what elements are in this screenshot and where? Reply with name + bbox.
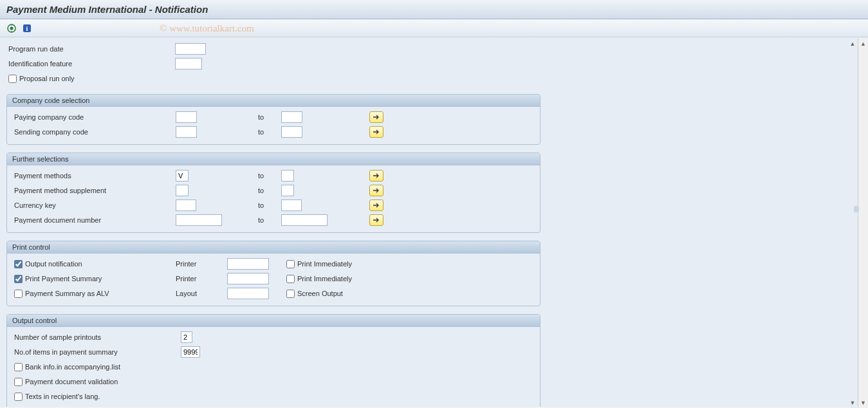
output-notification-checkbox[interactable] (14, 260, 23, 268)
print-payment-summary-row: Print Payment Summary Printer Print Imme… (12, 272, 535, 285)
payment-methods-label: Payment methods (12, 172, 176, 180)
outer-scrollbar[interactable]: ▲ ▼ (858, 39, 868, 408)
currency-key-to[interactable] (281, 199, 302, 211)
toolbar: i (0, 19, 868, 37)
company-code-header: Company code selection (7, 95, 540, 107)
arrow-right-icon (372, 216, 381, 224)
payment-method-supplement-to[interactable] (281, 185, 294, 196)
bank-info-label: Bank info.in accompanying.list (25, 363, 120, 371)
print-immediately-label-1: Print Immediately (297, 260, 352, 268)
payment-method-supplement-label: Payment method supplement (12, 187, 176, 194)
sending-company-code-from[interactable] (176, 126, 197, 138)
output-notification-label: Output notification (25, 260, 82, 268)
multiple-selection-button[interactable] (369, 111, 383, 123)
company-code-group: Company code selection Paying company co… (6, 94, 540, 145)
num-items-summary-row: No.of items in payment summary (12, 346, 535, 358)
to-label: to (258, 187, 281, 194)
to-label: to (258, 128, 281, 136)
output-notification-row: Output notification Printer Print Immedi… (12, 257, 535, 270)
arrow-right-icon (372, 172, 381, 180)
identification-feature-label: Identification feature (6, 60, 175, 68)
bank-info-row: Bank info.in accompanying.list (12, 360, 535, 373)
proposal-run-only-label: Proposal run only (19, 75, 75, 82)
scroll-down-icon[interactable]: ▼ (860, 399, 867, 407)
execute-button[interactable] (5, 22, 18, 35)
num-items-summary-label: No.of items in payment summary (12, 348, 181, 356)
to-label: to (258, 113, 281, 121)
inner-scrollbar[interactable]: ▲ ▼ (849, 39, 856, 408)
identification-feature-input[interactable] (175, 58, 202, 70)
currency-key-label: Currency key (12, 201, 176, 209)
payment-methods-from[interactable] (176, 170, 189, 181)
info-icon: i (22, 23, 32, 33)
multiple-selection-button[interactable] (369, 126, 383, 138)
scroll-down-icon[interactable]: ▼ (849, 399, 856, 407)
currency-key-from[interactable] (176, 199, 196, 211)
texts-recipient-lang-checkbox[interactable] (14, 393, 23, 401)
payment-document-number-from[interactable] (176, 214, 222, 226)
payment-method-supplement-from[interactable] (176, 185, 189, 196)
print-control-group: Print control Output notification Printe… (6, 241, 540, 306)
payment-document-number-row: Payment document number to (12, 214, 535, 227)
svg-text:i: i (26, 25, 28, 32)
top-fields: Program run date Identification feature … (6, 42, 854, 85)
svg-point-1 (10, 26, 14, 30)
multiple-selection-button[interactable] (369, 185, 383, 196)
multiple-selection-button[interactable] (369, 214, 383, 226)
num-sample-printouts-label: Number of sample printouts (12, 333, 181, 341)
payment-doc-validation-row: Payment document validation (12, 375, 535, 388)
multiple-selection-button[interactable] (369, 199, 383, 211)
program-run-date-label: Program run date (6, 45, 175, 53)
output-notification-printer[interactable] (227, 258, 269, 270)
payment-summary-alv-layout[interactable] (227, 288, 269, 299)
proposal-run-only-row: Proposal run only (6, 72, 854, 85)
print-payment-summary-printer[interactable] (227, 273, 269, 284)
page-title: Payment Medium International - Notificat… (6, 4, 208, 15)
paying-company-code-from[interactable] (176, 111, 197, 123)
payment-summary-alv-label: Payment Summary as ALV (25, 290, 109, 297)
print-immediately-checkbox-2[interactable] (286, 275, 295, 283)
arrow-right-icon (372, 113, 381, 121)
scroll-up-icon[interactable]: ▲ (849, 40, 856, 48)
output-control-group: Output control Number of sample printout… (6, 314, 540, 407)
proposal-run-only-checkbox[interactable] (8, 75, 17, 83)
payment-method-supplement-row: Payment method supplement to (12, 184, 535, 197)
payment-doc-validation-label: Payment document validation (25, 378, 118, 385)
payment-doc-validation-checkbox[interactable] (14, 378, 23, 386)
texts-recipient-lang-label: Texts in recipient's lang. (25, 393, 100, 400)
texts-recipient-lang-row: Texts in recipient's lang. (12, 390, 535, 403)
print-payment-summary-checkbox[interactable] (14, 275, 23, 283)
arrow-right-icon (372, 128, 381, 136)
payment-methods-to[interactable] (281, 170, 294, 181)
scroll-up-icon[interactable]: ▲ (860, 40, 867, 48)
printer-label: Printer (176, 260, 227, 268)
to-label: to (258, 172, 281, 180)
num-sample-printouts-row: Number of sample printouts (12, 331, 535, 344)
num-items-summary-input[interactable] (181, 346, 200, 358)
sending-company-code-to[interactable] (281, 126, 302, 138)
print-immediately-checkbox-1[interactable] (286, 260, 295, 268)
payment-summary-alv-row: Payment Summary as ALV Layout Screen Out… (12, 287, 535, 300)
to-label: to (258, 201, 281, 209)
multiple-selection-button[interactable] (369, 170, 383, 181)
payment-document-number-to[interactable] (281, 214, 328, 226)
sending-company-code-row: Sending company code to (12, 125, 535, 138)
num-sample-printouts-input[interactable] (181, 331, 192, 343)
arrow-right-icon (372, 187, 381, 194)
arrow-right-icon (372, 201, 381, 209)
further-selections-group: Further selections Payment methods to Pa… (6, 153, 540, 233)
program-run-date-row: Program run date (6, 42, 854, 55)
execute-icon (6, 23, 17, 33)
screen-output-checkbox[interactable] (286, 290, 295, 298)
payment-summary-alv-checkbox[interactable] (14, 290, 23, 298)
sending-company-code-label: Sending company code (12, 128, 176, 136)
info-button[interactable]: i (21, 22, 33, 35)
layout-label: Layout (176, 290, 227, 297)
print-payment-summary-label: Print Payment Summary (25, 275, 102, 283)
bank-info-checkbox[interactable] (14, 363, 23, 371)
scroll-grip-icon[interactable] (854, 206, 859, 212)
program-run-date-input[interactable] (175, 43, 206, 55)
paying-company-code-to[interactable] (281, 111, 302, 123)
output-control-header: Output control (7, 315, 540, 327)
paying-company-code-label: Paying company code (12, 113, 176, 121)
